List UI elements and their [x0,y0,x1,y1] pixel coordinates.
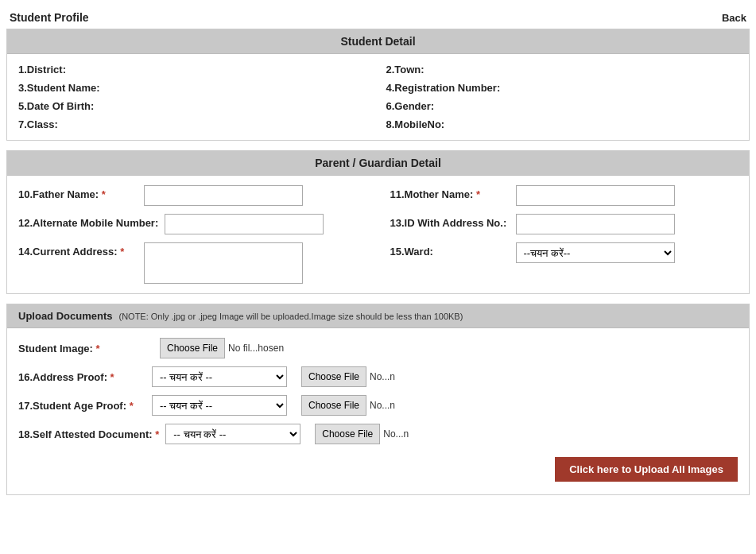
self-attested-label: 18.Self Attested Document: * [18,428,159,440]
student-image-label: Student Image: * [18,343,145,354]
id-address-label: 13.ID With Address No.: [390,214,510,229]
self-attested-status: No...n [383,428,409,440]
guardian-detail-body: 10.Father Name: * 12.Alternate Mobile Nu… [7,176,749,293]
mother-name-row: 11.Mother Name: * [390,185,739,206]
self-attested-file-wrapper: Choose File No...n [315,424,409,444]
ward-select[interactable]: --चयन करें-- [516,242,675,263]
age-proof-choose-btn[interactable]: Choose File [301,395,366,416]
age-proof-status: No...n [370,400,395,411]
student-image-choose-btn[interactable]: Choose File [160,338,225,358]
age-proof-required: * [130,400,134,412]
upload-body: Student Image: * Choose File No fil...ho… [7,328,749,494]
self-attested-row: 18.Self Attested Document: * -- चयन करें… [18,424,738,444]
upload-all-button[interactable]: Click here to Upload All Images [555,457,738,482]
student-detail-grid: 1.District: 2.Town: 3.Student Name: 4.Re… [18,64,738,130]
age-proof-file-wrapper: Choose File No...n [301,395,395,416]
student-image-file-wrapper: Choose File No fil...hosen [160,338,284,358]
upload-title: Upload Documents [18,310,112,322]
guardian-form-grid: 10.Father Name: * 12.Alternate Mobile Nu… [18,185,738,284]
student-detail-section: Student Detail 1.District: 2.Town: 3.Stu… [6,29,750,141]
mother-name-input[interactable] [516,185,675,206]
ward-select-wrapper: --चयन करें-- [516,242,675,263]
ward-row: 15.Ward: --चयन करें-- [390,242,739,263]
ward-label: 15.Ward: [390,242,510,258]
guardian-right-col: 11.Mother Name: * 13.ID With Address No.… [390,185,739,284]
student-age-proof-row: 17.Student Age Proof: * -- चयन करें -- C… [18,395,738,416]
student-image-row: Student Image: * Choose File No fil...ho… [18,338,738,358]
gender-label: 6.Gender: [386,100,739,112]
father-required: * [102,188,106,200]
current-address-label: 14.Current Address: * [18,242,138,258]
upload-all-wrapper: Click here to Upload All Images [18,452,738,485]
page-wrapper: Student Profile Back Student Detail 1.Di… [0,0,756,554]
mother-name-label: 11.Mother Name: * [390,185,510,200]
address-proof-file-wrapper: Choose File No...n [301,366,395,387]
current-address-row: 14.Current Address: * [18,242,366,284]
upload-note: (NOTE: Only .jpg or .jpeg Image will be … [118,312,463,321]
id-address-input[interactable] [516,214,675,234]
self-attested-choose-btn[interactable]: Choose File [315,424,380,444]
upload-section-header: Upload Documents (NOTE: Only .jpg or .jp… [7,304,749,328]
father-name-input[interactable] [144,185,303,206]
back-button[interactable]: Back [722,12,746,24]
upload-documents-section: Upload Documents (NOTE: Only .jpg or .jp… [6,304,750,495]
student-image-status: No fil...hosen [228,343,284,354]
student-image-required: * [96,343,100,354]
district-label: 1.District: [18,64,370,76]
self-attested-select[interactable]: -- चयन करें -- [165,424,300,444]
student-detail-header: Student Detail [7,29,749,54]
guardian-detail-header: Parent / Guardian Detail [7,151,749,176]
address-proof-label: 16.Address Proof: * [18,371,145,383]
student-age-proof-label: 17.Student Age Proof: * [18,400,145,412]
dob-label: 5.Date Of Birth: [18,100,370,112]
address-required: * [120,246,124,258]
alt-mobile-input[interactable] [165,214,324,234]
guardian-left-col: 10.Father Name: * 12.Alternate Mobile Nu… [18,185,366,284]
alt-mobile-row: 12.Alternate Mobile Number: [18,214,366,234]
father-name-label: 10.Father Name: * [18,185,138,200]
student-age-proof-select[interactable]: -- चयन करें -- [152,395,287,416]
father-name-row: 10.Father Name: * [18,185,366,206]
address-proof-required: * [110,371,114,383]
id-address-row: 13.ID With Address No.: [390,214,739,234]
address-proof-row: 16.Address Proof: * -- चयन करें -- Choos… [18,366,738,387]
address-proof-status: No...n [370,371,395,382]
page-header: Student Profile Back [6,6,750,29]
class-label: 7.Class: [18,118,370,130]
guardian-detail-section: Parent / Guardian Detail 10.Father Name:… [6,150,750,294]
registration-number-label: 4.Registration Number: [386,82,739,94]
address-proof-choose-btn[interactable]: Choose File [301,366,366,387]
mobile-label: 8.MobileNo: [386,118,739,130]
student-detail-body: 1.District: 2.Town: 3.Student Name: 4.Re… [7,54,749,140]
alt-mobile-label: 12.Alternate Mobile Number: [18,214,158,229]
self-attested-required: * [155,428,159,440]
town-label: 2.Town: [386,64,739,76]
address-proof-select[interactable]: -- चयन करें -- [152,366,287,387]
page-title: Student Profile [10,11,89,24]
mother-required: * [476,188,480,200]
student-name-label: 3.Student Name: [18,82,370,94]
current-address-input[interactable] [144,242,303,284]
